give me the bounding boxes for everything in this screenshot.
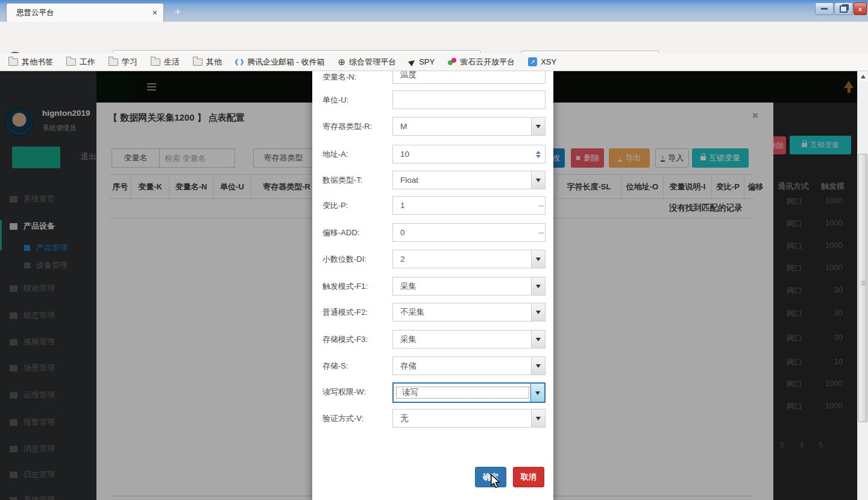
minimize-icon bbox=[821, 8, 828, 10]
chevron-down-icon[interactable] bbox=[531, 331, 545, 348]
new-tab-button[interactable]: + bbox=[171, 5, 184, 19]
register-type-select[interactable]: M bbox=[392, 117, 546, 136]
spinner-icons[interactable] bbox=[535, 145, 542, 163]
form-row-ratio: 变比-P: bbox=[312, 196, 553, 218]
field-label: 触发模式-F1: bbox=[322, 281, 368, 292]
field-label: 单位-U: bbox=[322, 95, 348, 106]
offset-field[interactable] bbox=[392, 223, 546, 242]
offset-input[interactable] bbox=[393, 228, 545, 237]
verify-mode-select[interactable]: 无 bbox=[392, 409, 546, 428]
tab-title: 思普云平台 bbox=[16, 8, 153, 18]
scrollbar-grip bbox=[861, 281, 866, 286]
ratio-field[interactable] bbox=[392, 196, 546, 215]
unit-field[interactable] bbox=[392, 90, 546, 109]
form-row-storage: 存储-S: 存储 bbox=[312, 356, 553, 378]
folder-icon bbox=[151, 59, 160, 66]
bookmark-folder-study[interactable]: 学习 bbox=[108, 57, 137, 68]
form-row-storage-mode: 存储模式-F3: 采集 bbox=[312, 330, 553, 352]
form-row-unit: 单位-U: bbox=[312, 90, 553, 112]
bookmark-mgmt-platform[interactable]: ⊕综合管理平台 bbox=[338, 57, 397, 68]
address-stepper[interactable] bbox=[392, 145, 546, 163]
bookmark-tencent-mail[interactable]: 腾讯企业邮箱 - 收件箱 bbox=[235, 57, 325, 68]
folder-icon bbox=[193, 59, 203, 66]
window-restore-button[interactable] bbox=[834, 2, 853, 15]
varname-input[interactable] bbox=[393, 71, 545, 79]
xsy-icon: ↗ bbox=[528, 57, 537, 66]
form-row-offset: 偏移-ADD: bbox=[312, 223, 553, 245]
chevron-down-icon[interactable] bbox=[531, 250, 545, 268]
restore-icon bbox=[840, 5, 848, 13]
bookmark-folder-work[interactable]: 工作 bbox=[66, 57, 95, 68]
browser-tab[interactable]: 思普云平台 × bbox=[6, 3, 164, 22]
field-label: 存储-S: bbox=[322, 361, 348, 372]
chevron-down-icon[interactable] bbox=[531, 303, 545, 321]
varname-field[interactable] bbox=[392, 71, 546, 84]
form-row-decimals: 小数位数-DI: 2 bbox=[312, 250, 553, 271]
page-scrollbar[interactable] bbox=[857, 71, 868, 500]
ratio-input[interactable] bbox=[393, 201, 545, 210]
close-icon: x bbox=[858, 5, 862, 13]
screen: { "browser": { "tab_title": "思普云平台", "ta… bbox=[0, 0, 868, 500]
bookmark-spy[interactable]: SPY bbox=[409, 57, 435, 66]
datatype-select[interactable]: Float bbox=[392, 171, 546, 189]
mouse-cursor bbox=[491, 474, 501, 489]
tencent-mail-icon bbox=[235, 58, 244, 66]
address-input[interactable] bbox=[393, 150, 535, 159]
form-row-register-type: 寄存器类型-R: M bbox=[312, 117, 553, 139]
bookmark-folder-other[interactable]: 其他书签 bbox=[8, 57, 53, 68]
field-label: 地址-A: bbox=[322, 149, 348, 160]
folder-icon bbox=[66, 59, 76, 66]
chevron-down-icon[interactable] bbox=[531, 171, 545, 189]
unit-input[interactable] bbox=[393, 95, 545, 104]
bookmarks-bar: 其他书签 工作 学习 生活 其他 腾讯企业邮箱 - 收件箱 ⊕综合管理平台 SP… bbox=[0, 53, 868, 71]
folder-icon bbox=[108, 59, 118, 66]
trigger-mode-select[interactable]: 采集 bbox=[392, 277, 546, 296]
form-row-normal-mode: 普通模式-F2: 不采集 bbox=[312, 303, 553, 324]
field-label: 验证方式-V: bbox=[322, 413, 363, 424]
field-label: 变量名-N: bbox=[322, 72, 356, 83]
normal-mode-select[interactable]: 不采集 bbox=[392, 303, 546, 321]
globe-icon: ⊕ bbox=[338, 57, 346, 66]
scrollbar-thumb[interactable] bbox=[858, 154, 867, 422]
cancel-button[interactable]: 取消 bbox=[513, 467, 544, 487]
form-row-varname: 变量名-N: bbox=[312, 71, 553, 87]
field-label: 读写权限-W: bbox=[322, 387, 366, 397]
field-label: 数据类型-T: bbox=[322, 175, 362, 186]
bookmark-folder-misc[interactable]: 其他 bbox=[193, 57, 222, 68]
window-minimize-button[interactable] bbox=[815, 2, 834, 15]
form-row-address: 地址-A: bbox=[312, 145, 553, 166]
page-content: hignton2019 系统管理员 退出 系统首页 产品设备 产品管理 设备管理… bbox=[0, 71, 868, 500]
tab-close-icon[interactable]: × bbox=[153, 8, 157, 17]
chevron-down-icon[interactable] bbox=[531, 277, 545, 295]
field-label: 普通模式-F2: bbox=[322, 307, 368, 318]
field-label: 小数位数-DI: bbox=[322, 254, 366, 265]
field-label: 变比-P: bbox=[322, 200, 348, 211]
spy-icon bbox=[408, 57, 417, 66]
chevron-down-icon[interactable] bbox=[530, 384, 544, 402]
rw-permission-select[interactable]: 读写 bbox=[392, 382, 546, 403]
scrollbar-up-arrow[interactable] bbox=[858, 71, 868, 81]
decimals-select[interactable]: 2 bbox=[392, 250, 546, 268]
form-row-datatype: 数据类型-T: Float bbox=[312, 171, 553, 192]
ezviz-icon bbox=[448, 58, 456, 66]
window-close-button[interactable]: x bbox=[854, 2, 867, 15]
storage-mode-select[interactable]: 采集 bbox=[392, 330, 546, 349]
chevron-down-icon[interactable] bbox=[531, 357, 545, 375]
bookmark-folder-life[interactable]: 生活 bbox=[151, 57, 180, 68]
bookmark-ezviz[interactable]: 萤石云开放平台 bbox=[448, 57, 515, 68]
form-row-verify-mode: 验证方式-V: 无 bbox=[312, 409, 553, 431]
folder-icon bbox=[8, 59, 18, 66]
variable-edit-modal: 变量名-N: 单位-U: 寄存器类型-R: M 地址-A: 数据类型-T: Fl… bbox=[312, 71, 553, 500]
form-row-trigger-mode: 触发模式-F1: 采集 bbox=[312, 277, 553, 299]
field-label: 偏移-ADD: bbox=[322, 227, 359, 238]
browser-titlebar: 思普云平台 × + x bbox=[0, 0, 868, 22]
field-label: 寄存器类型-R: bbox=[322, 121, 372, 132]
browser-navbar: ← → ↻ ⌂ iot.idosp.net/admin/index.html?l… bbox=[0, 22, 868, 54]
bookmark-xsy[interactable]: ↗XSY bbox=[528, 57, 556, 66]
chevron-down-icon[interactable] bbox=[531, 118, 545, 135]
field-label: 存储模式-F3: bbox=[322, 334, 368, 345]
storage-select[interactable]: 存储 bbox=[392, 356, 546, 375]
chevron-down-icon[interactable] bbox=[531, 410, 545, 427]
form-row-rw-permission: 读写权限-W: 读写 bbox=[312, 382, 553, 404]
